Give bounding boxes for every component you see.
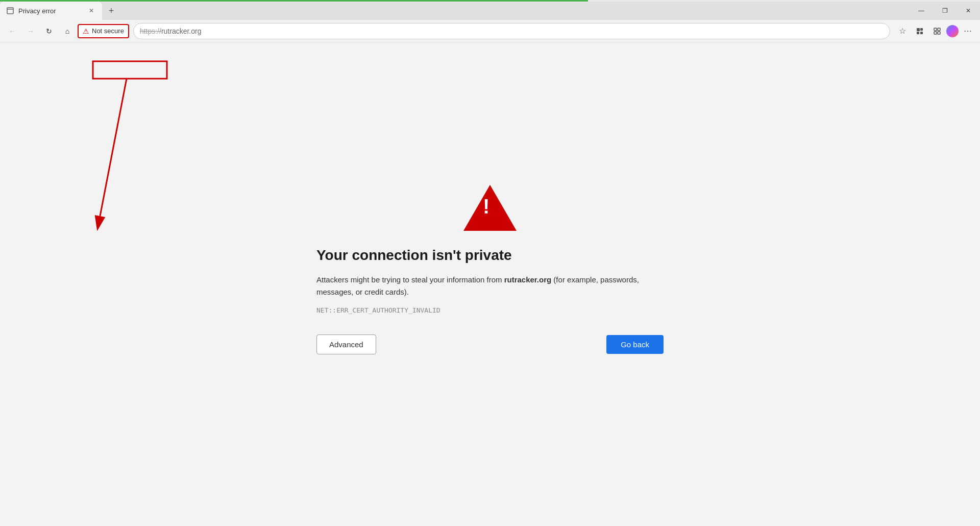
svg-line-11 [100,79,127,216]
svg-rect-4 [917,32,919,34]
address-url: https://rutracker.org [140,27,202,35]
svg-rect-0 [7,8,13,14]
error-container: Your connection isn't private Attackers … [316,185,664,354]
minimize-button[interactable]: — [910,2,933,20]
warning-icon-container [316,185,664,231]
svg-rect-2 [917,28,920,31]
extensions-button[interactable] [929,23,945,39]
menu-button[interactable]: ⋯ [960,23,976,39]
not-secure-badge[interactable]: ⚠ Not secure [78,24,129,38]
svg-rect-9 [938,32,940,34]
address-bar[interactable]: https://rutracker.org [133,23,890,39]
tab-title: Privacy error [18,7,83,15]
svg-rect-6 [934,28,937,31]
error-domain: rutracker.org [504,275,552,284]
new-tab-button[interactable]: + [104,4,118,18]
warning-triangle-icon [463,185,517,231]
svg-rect-8 [934,32,937,34]
advanced-button[interactable]: Advanced [316,334,376,354]
reload-button[interactable]: ↻ [41,23,57,39]
browser-chrome: Privacy error ✕ + — ❐ ✕ ← → ↻ ⌂ ⚠ Not se… [0,0,980,42]
navigation-bar: ← → ↻ ⌂ ⚠ Not secure https://rutracker.o… [0,20,980,42]
address-domain: rutracker.org [161,27,202,35]
svg-rect-5 [920,32,923,34]
svg-rect-10 [93,61,167,79]
error-description-text: Attackers might be trying to steal your … [316,275,504,284]
back-button[interactable]: ← [4,23,20,39]
avatar[interactable] [946,25,959,37]
not-secure-warning-icon: ⚠ [83,27,89,35]
active-tab[interactable]: Privacy error ✕ [0,2,102,20]
not-secure-label: Not secure [92,27,124,35]
favorites-button[interactable]: ☆ [894,23,911,39]
error-title: Your connection isn't private [316,247,512,264]
error-description: Attackers might be trying to steal your … [316,274,664,298]
tab-bar: Privacy error ✕ + — ❐ ✕ [0,2,980,20]
svg-rect-7 [938,28,940,31]
button-row: Advanced Go back [316,334,664,354]
address-protocol: https:// [140,27,161,35]
tab-page-icon [6,7,14,15]
page-content: Your connection isn't private Attackers … [0,42,980,526]
tab-close-button[interactable]: ✕ [87,6,96,15]
svg-rect-3 [920,28,923,31]
error-code: NET::ERR_CERT_AUTHORITY_INVALID [316,306,440,314]
forward-button[interactable]: → [22,23,39,39]
close-button[interactable]: ✕ [957,2,980,20]
home-button[interactable]: ⌂ [59,23,76,39]
collections-button[interactable] [912,23,928,39]
maximize-button[interactable]: ❐ [933,2,957,20]
window-controls: — ❐ ✕ [910,2,980,20]
go-back-button[interactable]: Go back [606,335,664,354]
toolbar-icons: ☆ ⋯ [894,23,976,39]
